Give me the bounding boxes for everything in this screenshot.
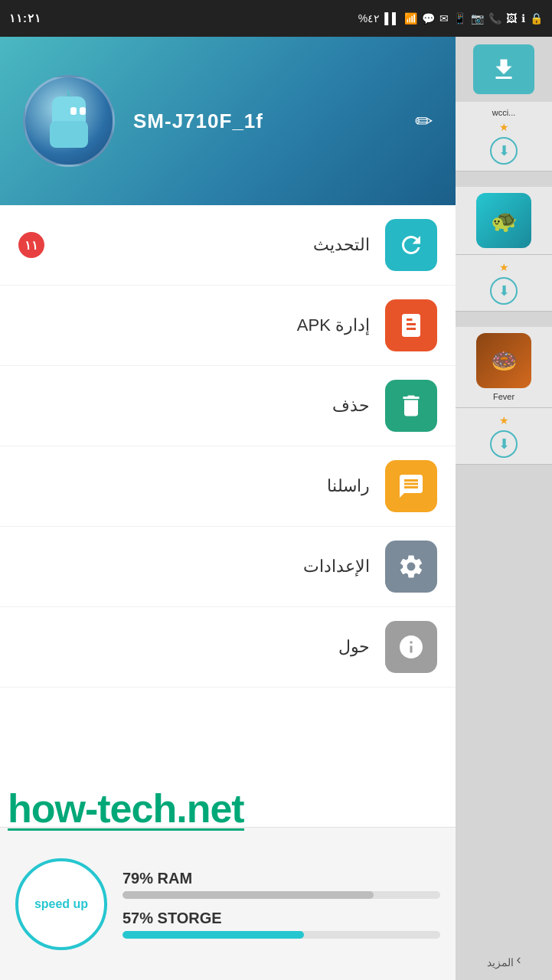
menu-item-delete[interactable]: حذف [0, 366, 456, 446]
updates-badge: ١١ [18, 232, 44, 258]
battery-icon: %٤٢ [358, 12, 380, 24]
settings-icon-box [385, 541, 437, 593]
storage-progress-bg [122, 931, 440, 939]
right-item-4-label: Fever [493, 392, 514, 401]
speedup-bar: speed up 79% RAM 57% STORGE [0, 827, 456, 980]
menu-item-about[interactable]: حول [0, 607, 456, 688]
download-circle-1[interactable]: ⬇ [490, 137, 518, 165]
settings-label: الإعدادات [18, 557, 370, 577]
app-thumb-1: 🐢 [476, 193, 531, 248]
gallery-icon: 🖼 [506, 12, 517, 24]
camera-icon: 📷 [471, 12, 484, 24]
apk-icon-box [385, 299, 437, 351]
download-circle-2[interactable]: ⬇ [490, 277, 518, 305]
avatar [23, 75, 115, 167]
star-icon: ★ [499, 121, 509, 133]
right-item-4[interactable]: 🍩 Fever [456, 327, 552, 408]
ram-label: 79% RAM [122, 870, 440, 887]
stats-column: 79% RAM 57% STORGE [122, 870, 440, 939]
apk-icon [397, 312, 425, 339]
info-icon: ℹ [521, 12, 525, 24]
right-download-btn[interactable] [473, 44, 534, 94]
signal-icon: ▌▌ [384, 12, 400, 24]
menu-item-apk[interactable]: إدارة APK [0, 286, 456, 366]
info-circle-icon [397, 633, 425, 661]
star-icon-3: ★ [499, 414, 509, 426]
updates-label: التحديث [51, 235, 370, 255]
whatsapp-icon: 📞 [488, 12, 501, 24]
right-item-1-text: wcci... [492, 108, 516, 117]
trash-icon [397, 392, 425, 420]
more-label: المزيد [487, 956, 514, 969]
more-section[interactable]: المزيد ‹ [487, 939, 521, 980]
ram-progress-bg [122, 891, 440, 899]
app-thumb-2: 🍩 [476, 333, 531, 388]
right-item-5[interactable]: ★ ⬇ [456, 408, 552, 465]
download-circle-3[interactable]: ⬇ [490, 430, 518, 458]
about-label: حول [18, 637, 370, 657]
phone-icon: 📱 [453, 12, 466, 24]
gear-icon [397, 553, 425, 580]
contact-icon-box [385, 460, 437, 512]
status-bar: ١١:٢١ %٤٢ ▌▌ 📶 💬 ✉ 📱 📷 📞 🖼 ℹ 🔒 [0, 0, 552, 37]
speedup-button[interactable]: speed up [15, 858, 107, 950]
right-item-3[interactable]: ★ ⬇ [456, 255, 552, 312]
right-item-1[interactable]: wcci... ★ ⬇ [456, 102, 552, 172]
wifi-icon: 📶 [404, 12, 417, 24]
status-time: ١١:٢١ [9, 11, 41, 25]
delete-label: حذف [18, 396, 370, 416]
menu-item-updates[interactable]: التحديث ١١ [0, 205, 456, 286]
storage-stat: 57% STORGE [122, 910, 440, 939]
security-icon: 🔒 [530, 12, 543, 24]
updates-icon-box [385, 219, 437, 271]
download-box-icon [490, 56, 518, 83]
contact-label: راسلنا [18, 476, 370, 496]
storage-label: 57% STORGE [122, 910, 440, 927]
status-icons: %٤٢ ▌▌ 📶 💬 ✉ 📱 📷 📞 🖼 ℹ 🔒 [358, 12, 543, 24]
drawer-panel: SM-J710F_1f ✏ التحديث ١١ إدارة APK [0, 37, 456, 980]
chevron-left-icon: ‹ [517, 952, 521, 968]
storage-progress-fill [122, 931, 304, 939]
menu-item-contact[interactable]: راسلنا [0, 446, 456, 527]
star-icon-2: ★ [499, 261, 509, 273]
speedup-label: speed up [34, 897, 88, 911]
menu-item-settings[interactable]: الإعدادات [0, 527, 456, 607]
ram-stat: 79% RAM [122, 870, 440, 899]
right-panel: wcci... ★ ⬇ 🐢 ★ ⬇ 🍩 Fever ★ ⬇ المزيد ‹ [456, 37, 552, 980]
delete-icon-box [385, 380, 437, 432]
messenger-icon: 💬 [422, 12, 435, 24]
email-icon: ✉ [439, 12, 449, 24]
device-name: SM-J710F_1f [133, 109, 397, 133]
chat-icon [397, 472, 425, 500]
refresh-icon [397, 231, 425, 259]
menu-list: التحديث ١١ إدارة APK حذف [0, 205, 456, 827]
about-icon-box [385, 621, 437, 673]
drawer-header: SM-J710F_1f ✏ [0, 37, 456, 205]
ram-progress-fill [122, 891, 374, 899]
apk-label: إدارة APK [18, 315, 370, 335]
robot-mascot-icon [38, 90, 100, 152]
main-layout: SM-J710F_1f ✏ التحديث ١١ إدارة APK [0, 37, 552, 980]
right-item-2[interactable]: 🐢 [456, 187, 552, 255]
edit-icon[interactable]: ✏ [415, 109, 433, 134]
